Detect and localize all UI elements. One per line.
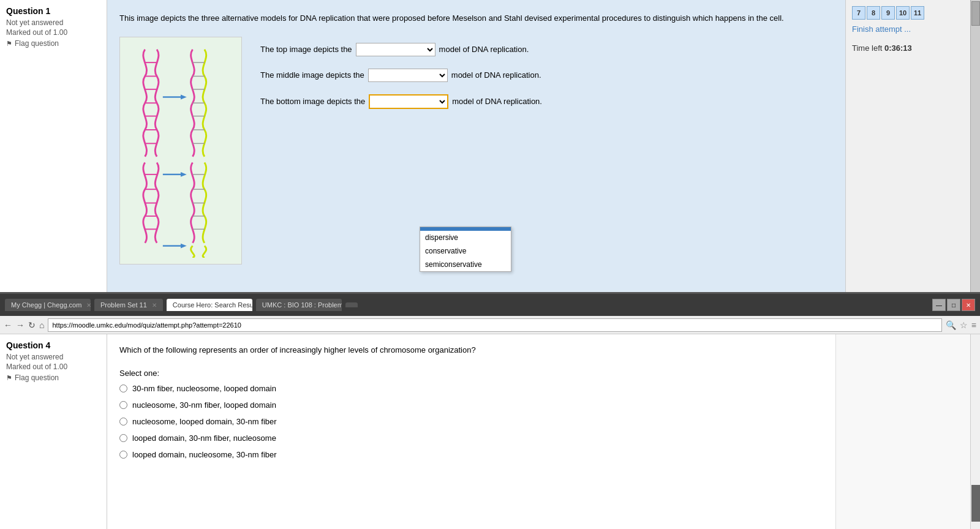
bottom-section: My Chegg | Chegg.com ✕ Problem Set 11 ✕ … [0,294,980,529]
radio-option-1[interactable]: 30-nm fiber, nucleosome, looped domain [119,384,823,393]
status-not-answered-top: Not yet answered [6,18,100,27]
popup-option-conservative[interactable]: conservative [420,244,511,258]
radio-label-4: looped domain, 30-nm fiber, nucleosome [132,433,276,443]
top-model-select[interactable]: dispersive conservative semiconservative [356,43,435,56]
radio-option-4[interactable]: looped domain, 30-nm fiber, nucleosome [119,433,823,443]
radio-label-1: 30-nm fiber, nucleosome, looped domain [132,384,276,393]
scrollbar-thumb-top [971,1,980,26]
bottom-right-sidebar [835,334,970,529]
radio-option-5[interactable]: looped domain, nucleosome, 30-nm fiber [119,450,823,459]
time-left-label: Time left [852,43,882,53]
close-button[interactable]: ✕ [962,299,975,311]
home-button[interactable]: ⌂ [39,320,44,330]
zoom-icon: 🔍 [946,320,956,330]
time-left-value: 0:36:13 [884,43,912,53]
radio-input-5[interactable] [119,451,127,459]
flag-icon-top: ⚑ [6,40,12,48]
flag-label-bottom: Flag question [15,373,59,382]
radio-input-4[interactable] [119,434,127,442]
bottom-question-area: Which of the following represents an ord… [107,334,835,529]
tab-problem-set-close[interactable]: ✕ [152,302,157,309]
svg-marker-8 [181,94,187,99]
radio-label-3: nucleosome, looped domain, 30-nm fiber [132,417,277,426]
dna-image [119,37,242,264]
dropdowns-section: The top image depicts the dispersive con… [260,37,833,264]
menu-icon[interactable]: ≡ [971,320,976,330]
tab-chegg-close[interactable]: ✕ [86,302,91,309]
flag-question-button-top[interactable]: ⚑ Flag question [6,39,100,48]
number-nav: 7 8 9 10 11 [852,6,974,20]
tab-chegg-label: My Chegg | Chegg.com [11,301,81,309]
radio-input-2[interactable] [119,401,127,409]
tab-umkc-label: UMKC : BIO 108 : Problem [262,301,342,309]
window-controls: — □ ✕ [932,299,975,311]
radio-label-5: looped domain, nucleosome, 30-nm fiber [132,450,277,459]
top-suffix: model of DNA replication. [439,45,529,54]
finish-attempt-link[interactable]: Finish attempt ... [852,24,911,34]
radio-label-2: nucleosome, 30-nm fiber, looped domain [132,400,276,410]
nav-num-9[interactable]: 9 [881,6,895,20]
middle-model-select[interactable]: dispersive conservative semiconservative [368,69,448,82]
back-button[interactable]: ← [4,320,12,330]
select-one-label: Select one: [119,369,823,378]
browser-bar: My Chegg | Chegg.com ✕ Problem Set 11 ✕ … [0,294,980,316]
star-icon[interactable]: ☆ [960,320,968,330]
time-left: Time left 0:36:13 [852,43,974,53]
flag-label-top: Flag question [15,39,59,48]
bottom-label: The bottom image depicts the [260,97,365,106]
status-not-answered-bottom: Not yet answered [6,353,100,361]
tab-course-hero-label: Course Hero: Search Resu [173,301,252,309]
top-label: The top image depicts the [260,45,352,54]
bottom-sidebar: Question 4 Not yet answered Marked out o… [0,334,107,529]
dna-svg [126,43,235,258]
popup-option-dispersive[interactable]: dispersive [420,231,511,244]
nav-num-10[interactable]: 10 [896,6,910,20]
dropdown-row-middle: The middle image depicts the dispersive … [260,69,833,82]
top-scrollbar[interactable] [970,0,980,292]
tab-empty[interactable] [345,302,358,307]
question-number-bottom: Question 4 [6,340,50,350]
flag-question-button-bottom[interactable]: ⚑ Flag question [6,373,100,382]
radio-option-2[interactable]: nucleosome, 30-nm fiber, looped domain [119,400,823,410]
radio-input-3[interactable] [119,418,127,426]
question-sidebar-top: Question 1 Not yet answered Marked out o… [0,0,107,292]
nav-num-11[interactable]: 11 [911,6,924,20]
dropdown-row-top: The top image depicts the dispersive con… [260,43,833,56]
bottom-suffix: model of DNA replication. [452,97,542,106]
tab-umkc[interactable]: UMKC : BIO 108 : Problem ✕ [256,299,342,311]
dropdown-popup[interactable]: dispersive conservative semiconservative [420,227,511,272]
bottom-content: Question 4 Not yet answered Marked out o… [0,334,980,529]
middle-label: The middle image depicts the [260,70,364,80]
radio-option-3[interactable]: nucleosome, looped domain, 30-nm fiber [119,417,823,426]
nav-num-8[interactable]: 8 [867,6,880,20]
minimize-button[interactable]: — [932,299,946,311]
nav-num-7[interactable]: 7 [852,6,865,20]
tab-chegg[interactable]: My Chegg | Chegg.com ✕ [5,299,91,311]
radio-input-1[interactable] [119,385,127,392]
bottom-scrollbar[interactable] [970,334,980,529]
bottom-scroll-thumb [971,485,980,522]
refresh-button[interactable]: ↻ [28,320,36,330]
marked-out-bottom: Marked out of 1.00 [6,362,100,371]
tab-course-hero[interactable]: Course Hero: Search Resu ✕ [167,299,252,311]
question-title-bottom: Question 4 [6,340,100,350]
tab-problem-set-label: Problem Set 11 [100,301,147,309]
question-text-top: This image depicts the three alternative… [119,12,833,24]
question-title-top: Question 1 [6,6,100,16]
forward-button[interactable]: → [16,320,24,330]
question-content-top: This image depicts the three alternative… [107,0,845,292]
tab-problem-set[interactable]: Problem Set 11 ✕ [94,299,163,311]
svg-marker-17 [181,172,187,177]
dropdown-row-bottom: The bottom image depicts the dispersive … [260,94,833,109]
url-icons: 🔍 ☆ ≡ [946,320,976,330]
top-section: Question 1 Not yet answered Marked out o… [0,0,980,294]
svg-marker-29 [181,243,187,248]
q1-inner: The top image depicts the dispersive con… [119,37,833,264]
bottom-model-select[interactable]: dispersive conservative semiconservative [369,94,448,109]
flag-icon-bottom: ⚑ [6,374,12,382]
popup-option-semiconservative[interactable]: semiconservative [420,258,511,271]
bottom-question-text: Which of the following represents an ord… [119,344,823,356]
right-sidebar-top: 7 8 9 10 11 Finish attempt ... Time left… [845,0,980,292]
url-input[interactable] [48,318,941,332]
maximize-button[interactable]: □ [947,299,960,311]
